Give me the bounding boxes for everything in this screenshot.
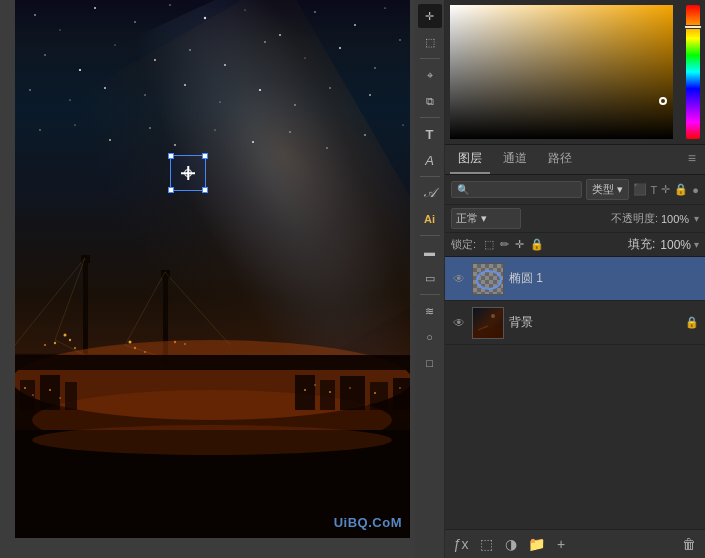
- svg-point-19: [304, 57, 305, 58]
- svg-point-35: [149, 127, 150, 128]
- svg-point-36: [174, 144, 176, 146]
- svg-rect-66: [320, 380, 335, 410]
- kind-dropdown[interactable]: 类型 ▾: [586, 179, 629, 200]
- svg-rect-64: [65, 382, 77, 410]
- layer-visibility-ellipse[interactable]: 👁: [451, 271, 467, 287]
- layer-search-box[interactable]: 🔍: [451, 181, 582, 198]
- svg-point-38: [252, 141, 254, 143]
- svg-rect-85: [473, 328, 504, 339]
- svg-rect-43: [83, 260, 88, 360]
- rect-tool-btn[interactable]: □: [418, 351, 442, 375]
- text-tool-btn[interactable]: T: [418, 122, 442, 146]
- svg-point-24: [104, 87, 106, 89]
- filter-icon-shape[interactable]: ✛: [661, 183, 670, 196]
- tool-divider-3: [420, 176, 440, 177]
- fx-button[interactable]: ƒx: [451, 534, 471, 554]
- path-tool-btn[interactable]: ▬: [418, 240, 442, 264]
- svg-rect-68: [370, 382, 388, 410]
- new-layer-button[interactable]: +: [551, 534, 571, 554]
- canvas-area: UiBQ.CoM: [0, 0, 415, 558]
- filter-icon-adj[interactable]: T: [651, 184, 658, 196]
- filter-icon-pixel[interactable]: ⬛: [633, 183, 647, 196]
- svg-point-23: [69, 99, 70, 100]
- layer-name-bg: 背景: [509, 314, 680, 331]
- ai-tool-btn[interactable]: Ai: [418, 207, 442, 231]
- select-tool-btn[interactable]: ⬚: [418, 30, 442, 54]
- svg-point-4: [169, 4, 171, 6]
- svg-point-28: [259, 89, 261, 91]
- handle-br[interactable]: [202, 187, 208, 193]
- layer-name-ellipse: 椭圆 1: [509, 270, 699, 287]
- layer-item-ellipse[interactable]: 👁 椭圆 1: [445, 257, 705, 301]
- delete-layer-button[interactable]: 🗑: [679, 534, 699, 554]
- svg-point-7: [279, 34, 281, 36]
- handle-bl[interactable]: [168, 187, 174, 193]
- color-gradient-area[interactable]: [450, 5, 673, 139]
- center-cross: [181, 166, 195, 180]
- svg-point-78: [374, 392, 376, 394]
- warp-tool-btn[interactable]: ≋: [418, 299, 442, 323]
- fill-arrow[interactable]: ▾: [694, 239, 699, 250]
- search-icon: 🔍: [457, 184, 469, 195]
- lock-paint-btn[interactable]: ✏: [500, 238, 509, 251]
- crop-tool-btn[interactable]: ⧉: [418, 89, 442, 113]
- layer-lock-icon-bg: 🔒: [685, 316, 699, 329]
- handle-tr[interactable]: [202, 153, 208, 159]
- svg-point-22: [29, 89, 31, 91]
- dropdown-arrow: ▾: [617, 183, 623, 196]
- lasso-tool-btn[interactable]: ⌖: [418, 63, 442, 87]
- layer-thumb-bg: [472, 307, 504, 339]
- blend-mode-select[interactable]: 正常 ▾: [451, 208, 521, 229]
- adjustment-button[interactable]: ◑: [501, 534, 521, 554]
- hue-slider[interactable]: [686, 5, 700, 139]
- svg-point-32: [39, 129, 41, 131]
- svg-point-49: [69, 339, 71, 341]
- color-picker-section: [445, 0, 705, 145]
- center-circle: [184, 169, 192, 177]
- opacity-dropdown-arrow[interactable]: ▾: [694, 213, 699, 224]
- tab-paths[interactable]: 路径: [540, 145, 580, 174]
- tab-channels[interactable]: 通道: [495, 145, 535, 174]
- svg-point-29: [294, 104, 296, 106]
- svg-point-18: [264, 41, 266, 43]
- layer-visibility-bg[interactable]: 👁: [451, 315, 467, 331]
- svg-point-33: [74, 124, 75, 125]
- svg-point-9: [354, 24, 356, 26]
- filter-toggle[interactable]: ●: [692, 184, 699, 196]
- svg-point-14: [114, 44, 115, 45]
- burn-tool-btn[interactable]: ○: [418, 325, 442, 349]
- path2-tool-btn[interactable]: ▭: [418, 266, 442, 290]
- svg-point-34: [109, 139, 111, 141]
- filter-icon-smart[interactable]: 🔒: [674, 183, 688, 196]
- opacity-value[interactable]: 100%: [661, 213, 691, 225]
- canvas-image: UiBQ.CoM: [15, 0, 410, 538]
- selection-widget[interactable]: [170, 155, 206, 191]
- panel-menu-btn[interactable]: ≡: [684, 145, 700, 174]
- svg-point-26: [184, 84, 186, 86]
- layer-item-background[interactable]: 👁 背景 🔒: [445, 301, 705, 345]
- fill-value[interactable]: 100%: [660, 238, 691, 252]
- lock-all-btn[interactable]: 🔒: [530, 238, 544, 251]
- svg-rect-67: [340, 376, 365, 410]
- type-tool-btn[interactable]: A: [418, 148, 442, 172]
- hue-indicator[interactable]: [684, 25, 702, 29]
- svg-point-12: [44, 54, 45, 55]
- group-button[interactable]: 📁: [526, 534, 546, 554]
- lock-move-btn[interactable]: ✛: [515, 238, 524, 251]
- italic-tool-btn[interactable]: 𝒜: [418, 181, 442, 205]
- svg-point-75: [314, 384, 316, 386]
- fill-control: 填充: 100% ▾: [628, 236, 699, 253]
- color-spectrum[interactable]: [445, 0, 705, 144]
- lock-checkerboard-btn[interactable]: ⬚: [484, 238, 494, 251]
- tab-layers[interactable]: 图层: [450, 145, 490, 174]
- right-panel: 图层 通道 路径 ≡ 🔍 类型 ▾ ⬛ T ✛ 🔒 ● 正常 ▾ 不透明度: 1…: [445, 0, 705, 558]
- move-tool-btn[interactable]: ✛: [418, 4, 442, 28]
- mask-button[interactable]: ⬚: [476, 534, 496, 554]
- handle-tl[interactable]: [168, 153, 174, 159]
- svg-point-73: [59, 397, 61, 399]
- svg-rect-65: [295, 375, 315, 410]
- svg-point-76: [329, 391, 331, 393]
- svg-point-21: [374, 67, 375, 68]
- color-picker-dot[interactable]: [659, 97, 667, 105]
- svg-point-20: [339, 47, 341, 49]
